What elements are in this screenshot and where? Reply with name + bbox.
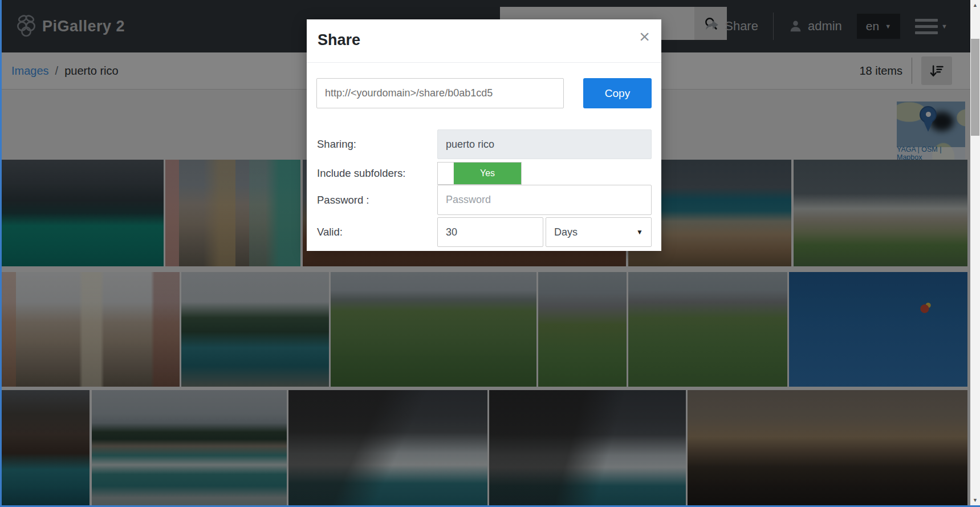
toggle-on-segment[interactable]: Yes bbox=[454, 163, 521, 184]
share-url-input[interactable] bbox=[316, 78, 564, 108]
valid-amount-field[interactable] bbox=[437, 217, 543, 247]
scroll-down-icon[interactable]: ▼ bbox=[970, 495, 980, 505]
close-icon[interactable]: × bbox=[639, 27, 650, 46]
scrollbar[interactable]: ▲ ▼ bbox=[970, 0, 980, 507]
window-edge-left bbox=[0, 0, 2, 507]
password-field[interactable] bbox=[437, 185, 652, 215]
dialog-header: Share × bbox=[307, 19, 661, 63]
sharing-label: Sharing: bbox=[317, 129, 356, 159]
password-label: Password : bbox=[317, 185, 369, 215]
valid-unit-select[interactable]: Days ▼ bbox=[546, 217, 652, 247]
toggle-off-segment[interactable] bbox=[438, 163, 454, 184]
include-subfolders-label: Include subfolders: bbox=[317, 162, 405, 185]
valid-unit-value: Days bbox=[554, 226, 578, 238]
share-dialog: Share × Copy Sharing: Include subfolders… bbox=[307, 19, 661, 251]
include-subfolders-toggle[interactable]: Yes bbox=[437, 162, 522, 185]
scroll-up-icon[interactable]: ▲ bbox=[970, 0, 980, 10]
valid-label: Valid: bbox=[317, 217, 343, 247]
dialog-title: Share bbox=[318, 31, 360, 49]
copy-button[interactable]: Copy bbox=[583, 78, 652, 108]
scrollbar-thumb[interactable] bbox=[971, 39, 979, 136]
sharing-name-field bbox=[437, 129, 652, 159]
select-caret-icon: ▼ bbox=[636, 228, 643, 236]
